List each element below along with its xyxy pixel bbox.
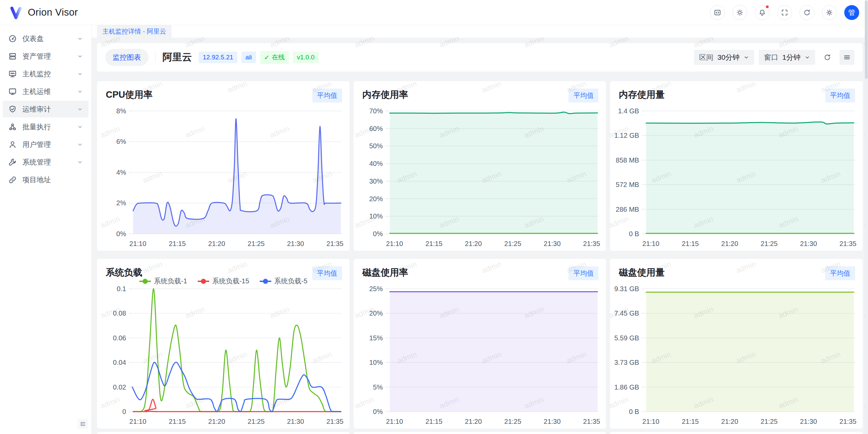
wrench-icon (8, 158, 17, 167)
svg-text:0.08: 0.08 (113, 309, 126, 317)
next-row-partial (97, 432, 863, 434)
svg-text:50%: 50% (369, 142, 383, 150)
scrollbar-thumb[interactable] (865, 1, 868, 79)
svg-text:286 MB: 286 MB (616, 206, 639, 213)
window-select[interactable]: 窗口 1分钟 (759, 50, 815, 65)
chevron-down-icon (805, 55, 810, 60)
svg-text:21:10: 21:10 (130, 418, 146, 425)
svg-text:21:10: 21:10 (386, 240, 403, 247)
svg-text:21:35: 21:35 (583, 240, 600, 247)
svg-text:0: 0 (122, 408, 126, 415)
chart-avg-badge[interactable]: 平均值 (569, 266, 598, 280)
svg-text:21:30: 21:30 (544, 240, 560, 247)
svg-text:0 B: 0 B (629, 230, 639, 238)
refresh-charts-button[interactable] (820, 50, 835, 65)
notifications-button[interactable] (755, 5, 770, 20)
chart-title: 内存使用率 (362, 89, 408, 101)
svg-text:21:15: 21:15 (682, 240, 699, 247)
menu-fold-icon (80, 421, 86, 427)
line-chart-plot: 0%5%10%15%20%25%21:1021:1521:2021:2521:3… (354, 259, 606, 429)
chart-avg-badge[interactable]: 平均值 (569, 89, 598, 102)
chart-avg-badge[interactable]: 平均值 (825, 266, 855, 280)
line-chart-plot: 0%2%4%6%8%21:1021:1521:2021:2521:3021:35 (97, 81, 350, 251)
check-icon: ✓ (264, 54, 270, 61)
chart-avg-badge[interactable]: 平均值 (312, 89, 342, 102)
fullscreen-button[interactable] (777, 5, 792, 20)
chart-menu-button[interactable] (840, 50, 854, 65)
tab-host-monitor-detail[interactable]: 主机监控详情 - 阿里云 (97, 25, 172, 38)
host-tag: ✓在线 (260, 51, 289, 64)
chart-card-3: 内存使用量平均值0 B286 MB572 MB858 MB1.12 GB1.4 … (610, 81, 863, 251)
svg-text:30%: 30% (369, 177, 383, 185)
settings-button[interactable] (822, 5, 837, 20)
interval-select[interactable]: 区间 30分钟 (694, 50, 754, 65)
sidebar-item-ops-audit[interactable]: 运维审计 (3, 101, 88, 117)
svg-text:21:15: 21:15 (425, 240, 442, 247)
sidebar-item-batch-exec[interactable]: 批量执行 (3, 118, 88, 135)
monitor-chart-button[interactable]: 监控图表 (105, 49, 149, 66)
sidebar-item-host-ops[interactable]: 主机运维 (3, 83, 88, 100)
next-card-partial (354, 432, 606, 434)
sidebar-item-label: 主机运维 (22, 87, 77, 96)
notification-dot (765, 5, 769, 9)
code-icon (714, 9, 721, 16)
svg-text:5%: 5% (373, 383, 383, 391)
interval-value: 30分钟 (717, 53, 739, 62)
legend-marker-icon (139, 279, 151, 284)
svg-text:21:30: 21:30 (800, 240, 817, 247)
chart-card-2: 内存使用率平均值0%10%20%30%40%50%60%70%21:1021:1… (354, 81, 606, 251)
svg-text:0%: 0% (116, 230, 126, 238)
chevron-down-icon (77, 53, 83, 59)
svg-text:21:30: 21:30 (287, 240, 304, 247)
sidebar-item-label: 资产管理 (22, 52, 77, 61)
sidebar-item-project-link[interactable]: 项目地址 (3, 171, 88, 188)
svg-text:21:25: 21:25 (504, 418, 521, 425)
svg-text:3.73 GB: 3.73 GB (614, 359, 639, 366)
sidebar-item-dashboard[interactable]: 仪表盘 (3, 30, 88, 47)
hamburger-menu-icon (843, 54, 851, 61)
theme-button[interactable] (732, 5, 747, 20)
svg-text:21:25: 21:25 (761, 240, 778, 247)
legend-marker-icon (197, 279, 210, 284)
svg-text:21:35: 21:35 (840, 240, 856, 247)
sidebar-item-user-mgmt[interactable]: 用户管理 (3, 136, 88, 153)
top-bar: Orion Visor 管 (0, 0, 868, 25)
chart-legend: 系统负载-1系统负载-15系统负载-5 (97, 277, 350, 286)
svg-text:21:25: 21:25 (504, 240, 521, 247)
legend-item[interactable]: 系统负载-1 (139, 277, 187, 286)
ops-audit-icon (8, 105, 17, 114)
svg-text:25%: 25% (369, 285, 383, 293)
svg-text:1.4 GB: 1.4 GB (618, 107, 639, 115)
sidebar-collapse-button[interactable] (78, 419, 88, 429)
host-tags: 12.92.5.21ali✓在线v1.0.0 (199, 51, 319, 64)
svg-text:21:20: 21:20 (465, 418, 482, 425)
sidebar-item-host-monitor[interactable]: 主机监控 (3, 65, 88, 82)
svg-text:21:35: 21:35 (840, 418, 856, 425)
user-avatar[interactable]: 管 (844, 5, 859, 20)
host-tag: ali (241, 52, 256, 63)
legend-item[interactable]: 系统负载-5 (259, 277, 308, 286)
svg-text:21:20: 21:20 (208, 240, 225, 247)
svg-text:1.12 GB: 1.12 GB (614, 132, 639, 139)
sidebar-item-assets[interactable]: 资产管理 (3, 48, 88, 64)
svg-text:21:35: 21:35 (583, 418, 600, 425)
host-info: 监控图表 阿里云 12.92.5.21ali✓在线v1.0.0 (105, 49, 319, 66)
chart-avg-badge[interactable]: 平均值 (825, 89, 855, 102)
code-button[interactable] (710, 5, 725, 20)
svg-text:572 MB: 572 MB (616, 181, 639, 188)
legend-item[interactable]: 系统负载-15 (197, 277, 249, 286)
next-card-partial (610, 432, 863, 434)
host-header-card: 监控图表 阿里云 12.92.5.21ali✓在线v1.0.0 区间 30分钟 … (97, 43, 863, 72)
svg-text:6%: 6% (116, 138, 126, 145)
chevron-down-icon (77, 71, 83, 77)
brand-logo-icon (9, 5, 23, 20)
svg-text:10%: 10% (369, 359, 383, 366)
chart-title: 磁盘使用率 (362, 266, 408, 279)
refresh-button[interactable] (800, 5, 814, 20)
svg-text:21:10: 21:10 (386, 418, 403, 425)
svg-text:70%: 70% (369, 107, 383, 115)
chevron-down-icon (77, 159, 83, 165)
sidebar-item-label: 运维审计 (22, 105, 77, 114)
chart-row-2: 系统负载平均值系统负载-1系统负载-15系统负载-500.020.040.060… (97, 259, 863, 429)
sidebar-item-sys-mgmt[interactable]: 系统管理 (3, 154, 88, 170)
